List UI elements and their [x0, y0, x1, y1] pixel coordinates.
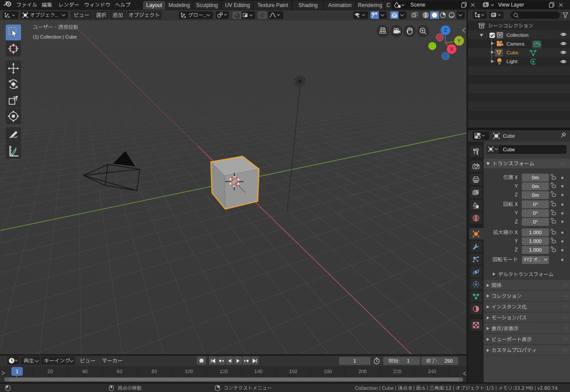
- svg-text:Z: Z: [444, 28, 447, 33]
- svg-text:X: X: [450, 46, 453, 52]
- svg-text:Y: Y: [457, 38, 461, 43]
